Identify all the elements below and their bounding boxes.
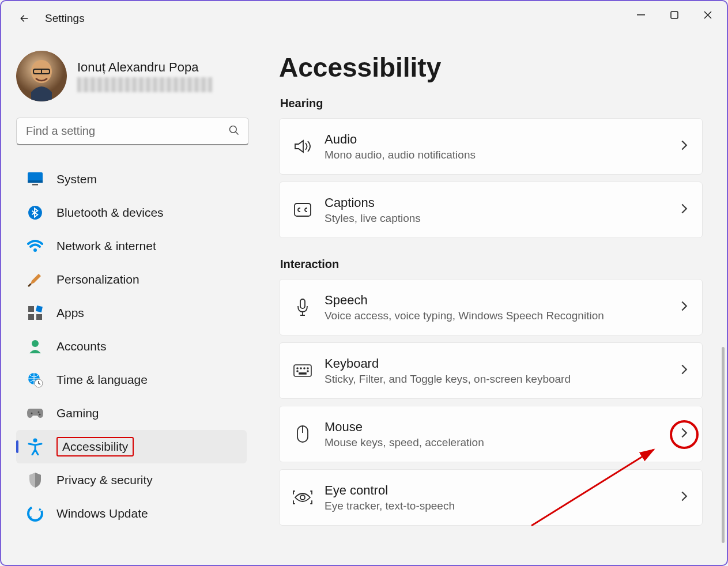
svg-rect-0	[637, 14, 645, 16]
sidebar-item-label: Apps	[56, 306, 84, 320]
card-title: Captions	[325, 195, 680, 210]
user-profile[interactable]: Ionuț Alexandru Popa	[16, 51, 247, 101]
person-icon	[27, 338, 44, 355]
window-controls	[624, 3, 725, 27]
apps-icon	[27, 304, 44, 322]
chevron-right-icon	[680, 139, 688, 153]
user-email-redacted	[77, 77, 212, 92]
maximize-icon	[670, 11, 678, 19]
svg-rect-9	[32, 184, 38, 186]
sidebar-item-time-language[interactable]: Time & language	[16, 363, 247, 397]
sidebar-nav: System Bluetooth & devices Network & int…	[16, 163, 247, 530]
sidebar-item-apps[interactable]: Apps	[16, 296, 247, 330]
card-speech[interactable]: Speech Voice access, voice typing, Windo…	[279, 279, 703, 335]
chevron-right-icon	[680, 300, 688, 314]
system-icon	[27, 171, 44, 188]
svg-point-20	[38, 412, 40, 413]
avatar	[16, 51, 67, 101]
svg-point-19	[31, 413, 33, 414]
paintbrush-icon	[27, 271, 44, 288]
sidebar-item-personalization[interactable]: Personalization	[16, 263, 247, 296]
card-captions[interactable]: Captions Styles, live captions	[279, 182, 703, 238]
card-title: Mouse	[325, 420, 680, 435]
sidebar-item-accessibility[interactable]: Accessibility	[16, 430, 247, 463]
sidebar-item-label: Gaming	[56, 406, 99, 420]
card-subtitle: Styles, live captions	[325, 212, 680, 225]
back-button[interactable]	[14, 9, 32, 28]
chevron-right-icon	[680, 203, 688, 217]
captions-icon	[292, 199, 313, 220]
sidebar-item-privacy[interactable]: Privacy & security	[16, 463, 247, 497]
svg-point-30	[307, 368, 308, 369]
card-title: Speech	[325, 293, 680, 308]
card-title: Audio	[325, 132, 680, 147]
svg-point-31	[297, 371, 298, 372]
sidebar-item-label: Network & internet	[56, 239, 156, 253]
sidebar: Ionuț Alexandru Popa System	[1, 36, 254, 565]
sidebar-item-gaming[interactable]: Gaming	[16, 397, 247, 430]
card-title: Keyboard	[325, 356, 680, 371]
close-button[interactable]	[691, 3, 725, 27]
card-eye-control[interactable]: Eye control Eye tracker, text-to-speech	[279, 469, 703, 526]
bluetooth-icon	[27, 204, 44, 221]
shield-icon	[27, 471, 44, 489]
card-keyboard[interactable]: Keyboard Sticky, Filter, and Toggle keys…	[279, 342, 703, 399]
app-title: Settings	[45, 12, 85, 25]
svg-rect-25	[300, 299, 305, 308]
main-content: Accessibility Hearing Audio Mono audio, …	[254, 36, 727, 565]
svg-point-6	[230, 126, 237, 133]
svg-point-21	[39, 414, 41, 416]
microphone-icon	[292, 297, 313, 318]
search-input[interactable]	[16, 118, 249, 145]
svg-point-11	[33, 248, 37, 252]
speaker-icon	[292, 136, 313, 157]
sidebar-item-system[interactable]: System	[16, 163, 247, 196]
card-subtitle: Mouse keys, speed, acceleration	[325, 436, 680, 449]
svg-point-32	[307, 371, 308, 372]
svg-point-36	[300, 495, 305, 500]
chevron-right-icon	[680, 364, 688, 378]
sidebar-item-label: Bluetooth & devices	[56, 206, 164, 220]
sidebar-item-network[interactable]: Network & internet	[16, 229, 247, 263]
card-title: Eye control	[325, 483, 680, 498]
scrollbar[interactable]	[722, 347, 725, 543]
card-subtitle: Voice access, voice typing, Windows Spee…	[325, 310, 680, 322]
minimize-icon	[637, 11, 645, 19]
wifi-icon	[27, 237, 44, 255]
svg-rect-14	[28, 314, 34, 320]
keyboard-icon	[292, 360, 313, 381]
chevron-right-icon	[680, 490, 688, 504]
sidebar-item-accounts[interactable]: Accounts	[16, 330, 247, 363]
titlebar: Settings	[1, 1, 727, 36]
globe-clock-icon	[27, 371, 44, 388]
card-subtitle: Eye tracker, text-to-speech	[325, 500, 680, 512]
user-name: Ionuț Alexandru Popa	[77, 60, 212, 75]
update-icon	[27, 505, 44, 522]
svg-rect-1	[671, 12, 678, 18]
sidebar-item-update[interactable]: Windows Update	[16, 497, 247, 530]
close-icon	[704, 11, 712, 19]
card-subtitle: Sticky, Filter, and Toggle keys, on-scre…	[325, 373, 680, 386]
svg-point-16	[32, 340, 39, 347]
svg-rect-24	[295, 203, 311, 216]
minimize-button[interactable]	[624, 3, 658, 27]
eye-icon	[292, 487, 313, 508]
search-wrap	[16, 118, 249, 145]
card-subtitle: Mono audio, audio notifications	[325, 149, 680, 161]
section-header-hearing: Hearing	[280, 97, 703, 110]
sidebar-item-label: Accounts	[56, 339, 106, 353]
accessibility-icon	[27, 438, 44, 455]
sidebar-item-label: Windows Update	[56, 507, 148, 520]
page-title: Accessibility	[279, 52, 703, 83]
sidebar-item-label: Privacy & security	[56, 473, 153, 487]
svg-point-28	[300, 368, 301, 369]
back-arrow-icon	[17, 12, 29, 25]
svg-rect-26	[294, 365, 311, 376]
sidebar-item-bluetooth[interactable]: Bluetooth & devices	[16, 196, 247, 229]
card-mouse[interactable]: Mouse Mouse keys, speed, acceleration	[279, 406, 703, 462]
maximize-button[interactable]	[658, 3, 691, 27]
sidebar-item-label: Time & language	[56, 373, 148, 387]
mouse-icon	[292, 424, 313, 444]
svg-rect-13	[36, 305, 43, 312]
card-audio[interactable]: Audio Mono audio, audio notifications	[279, 118, 703, 175]
